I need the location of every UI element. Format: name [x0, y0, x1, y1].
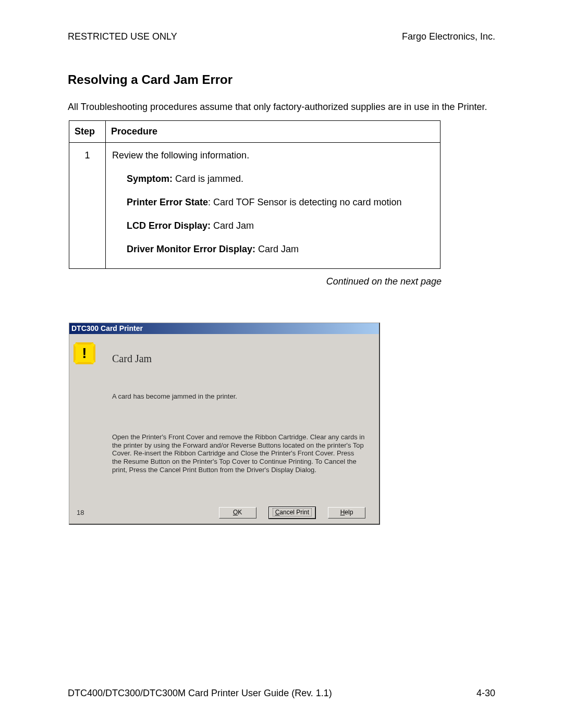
- section-title: Resolving a Card Jam Error: [68, 72, 495, 87]
- printer-error-state-value: : Card TOF Sensor is detecting no card m…: [208, 197, 402, 207]
- dialog-message-long: Open the Printer's Front Cover and remov…: [112, 433, 365, 474]
- driver-monitor-line: Driver Monitor Error Display: Card Jam: [127, 244, 434, 255]
- symptom-line: Symptom: Card is jammed.: [127, 174, 434, 184]
- col-header-procedure: Procedure: [106, 121, 440, 143]
- dialog-message-short: A card has become jammed in the printer.: [112, 392, 237, 400]
- help-button[interactable]: Help: [328, 507, 365, 519]
- dialog-button-row: OK Cancel Print Help: [219, 507, 365, 519]
- dialog-heading: Card Jam: [112, 353, 152, 365]
- lcd-error-line: LCD Error Display: Card Jam: [127, 220, 434, 231]
- symptom-value: Card is jammed.: [173, 174, 243, 184]
- procedure-intro-line: Review the following information.: [112, 150, 434, 161]
- col-header-step: Step: [69, 121, 106, 143]
- dialog-titlebar: DTC300 Card Printer: [69, 323, 379, 334]
- error-dialog: DTC300 Card Printer ! Card Jam A card ha…: [69, 323, 380, 525]
- lcd-error-label: LCD Error Display:: [127, 220, 211, 231]
- header-right: Fargo Electronics, Inc.: [402, 31, 495, 42]
- dialog-counter: 18: [77, 509, 84, 516]
- footer-left: DTC400/DTC300/DTC300M Card Printer User …: [68, 688, 332, 699]
- footer-right: 4-30: [476, 688, 495, 699]
- dialog-body: ! Card Jam A card has become jammed in t…: [69, 334, 379, 524]
- lcd-error-value: Card Jam: [211, 220, 254, 231]
- header-left: RESTRICTED USE ONLY: [68, 31, 177, 42]
- continued-note: Continued on the next page: [69, 276, 442, 287]
- procedure-table: Step Procedure 1 Review the following in…: [69, 120, 440, 269]
- printer-error-state-label: Printer Error State: [127, 197, 208, 207]
- driver-monitor-value: Card Jam: [255, 244, 299, 254]
- procedure-cell: Review the following information. Sympto…: [106, 143, 440, 269]
- step-number: 1: [69, 143, 106, 269]
- ok-button[interactable]: OK: [219, 507, 256, 519]
- intro-paragraph: All Troubleshooting procedures assume th…: [68, 101, 495, 113]
- printer-error-state-line: Printer Error State: Card TOF Sensor is …: [127, 197, 434, 208]
- symptom-label: Symptom:: [127, 174, 173, 184]
- page-header: RESTRICTED USE ONLY Fargo Electronics, I…: [68, 31, 495, 42]
- cancel-print-button[interactable]: Cancel Print: [269, 507, 315, 519]
- warning-icon: !: [76, 344, 93, 362]
- driver-monitor-label: Driver Monitor Error Display:: [127, 244, 255, 254]
- table-row: 1 Review the following information. Symp…: [69, 143, 440, 269]
- page-footer: DTC400/DTC300/DTC300M Card Printer User …: [68, 688, 495, 699]
